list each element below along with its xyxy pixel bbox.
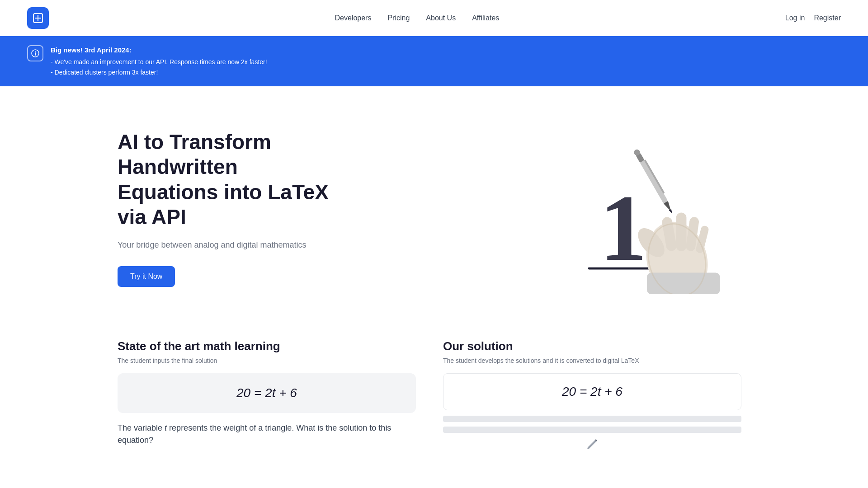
hero-title: AI to Transform Handwritten Equations in… [118,130,335,230]
announcement-line1: - We've made an improvement to our API. … [51,57,267,68]
state-of-art-section: State of the art math learning The stude… [118,330,425,460]
hero-content: AI to Transform Handwritten Equations in… [118,130,335,287]
login-link[interactable]: Log in [785,14,805,22]
auth-links: Log in Register [785,14,841,22]
announcement-title: Big news! 3rd April 2024: [51,44,267,56]
our-solution-heading: Our solution [443,339,741,353]
nav-developers[interactable]: Developers [335,14,371,22]
hero-section: AI to Transform Handwritten Equations in… [0,86,868,330]
svg-text:1: 1 [600,176,647,280]
our-solution-section: Our solution The student develops the so… [425,330,750,460]
state-of-art-heading: State of the art math learning [118,339,416,353]
pencil-icon [585,437,599,451]
state-math-equation: 20 = 2t + 6 [118,373,416,413]
pencil-icon-area [443,433,741,451]
nav-affiliates[interactable]: Affiliates [472,14,499,22]
nav-pricing[interactable]: Pricing [387,14,410,22]
nav-links: Developers Pricing About Us Affiliates [335,14,499,22]
announcement-banner: Big news! 3rd April 2024: - We've made a… [0,36,868,86]
svg-rect-17 [676,213,687,252]
solution-math-equation: 20 = 2t + 6 [443,373,741,410]
hand-writing-svg: 1 [561,122,750,294]
try-now-button[interactable]: Try it Now [118,266,175,287]
svg-rect-12 [644,160,665,194]
announcement-icon [27,45,43,61]
nav-about-us[interactable]: About Us [426,14,456,22]
our-solution-subtext: The student develops the solutions and i… [443,357,741,364]
svg-point-5 [35,52,36,52]
state-of-art-subtext: The student inputs the final solution [118,357,416,364]
announcement-line2: - Dedicated clusters perform 3x faster! [51,67,267,78]
solution-input-bar-2 [443,427,741,433]
hero-subtitle: Your bridge between analog and digital m… [118,240,335,250]
navbar: Developers Pricing About Us Affiliates L… [0,0,868,36]
comparison-section: State of the art math learning The stude… [0,330,868,478]
hero-illustration: 1 [561,122,750,294]
problem-text: The variable t represents the weight of … [118,422,416,446]
svg-marker-10 [664,201,674,213]
logo-icon [27,7,49,29]
logo[interactable] [27,7,49,29]
solution-input-bar-1 [443,416,741,422]
problem-variable: t [165,423,167,432]
register-link[interactable]: Register [814,14,841,22]
announcement-content: Big news! 3rd April 2024: - We've made a… [51,44,267,78]
problem-text-1: The variable [118,423,162,432]
